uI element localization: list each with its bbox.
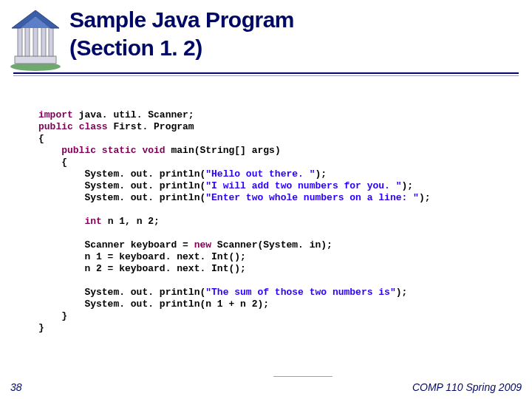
slide-title: Sample Java Program (Section 1. 2) xyxy=(69,6,294,61)
page-number: 38 xyxy=(10,381,22,393)
header-rule-thin xyxy=(13,75,519,76)
title-line-1: Sample Java Program xyxy=(69,7,294,32)
course-label: COMP 110 Spring 2009 xyxy=(412,381,522,393)
footer-rule xyxy=(273,376,332,377)
unc-well-logo xyxy=(6,6,65,72)
header-rule-thick xyxy=(13,72,519,74)
slide-header: Sample Java Program (Section 1. 2) xyxy=(0,0,532,81)
svg-rect-3 xyxy=(25,27,30,56)
code-block: import java. util. Scanner; public class… xyxy=(38,109,431,334)
svg-rect-1 xyxy=(15,56,56,64)
svg-rect-4 xyxy=(33,27,38,56)
svg-rect-5 xyxy=(41,27,46,56)
svg-rect-2 xyxy=(18,27,22,56)
title-line-2: (Section 1. 2) xyxy=(69,35,202,60)
svg-rect-6 xyxy=(49,27,53,56)
